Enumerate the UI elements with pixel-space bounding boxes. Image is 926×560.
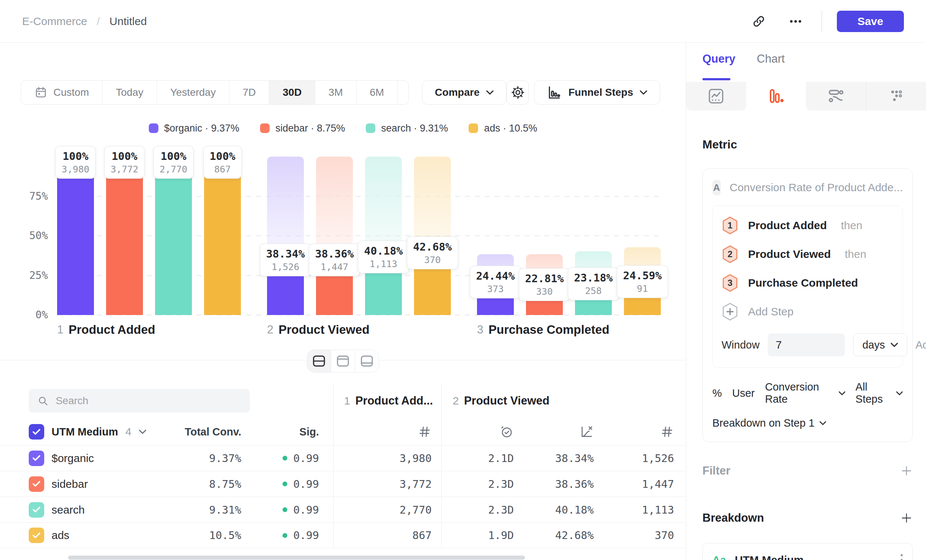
- row-checkbox[interactable]: [29, 476, 44, 492]
- row-name-cell[interactable]: ads: [29, 522, 169, 548]
- tab-flow-chart[interactable]: [806, 82, 866, 110]
- layout-toggle: [307, 350, 379, 372]
- save-button[interactable]: Save: [837, 11, 904, 32]
- bar-count: 370: [413, 254, 452, 265]
- range-12m[interactable]: 12M: [398, 81, 409, 104]
- gear-icon: [510, 85, 525, 100]
- group-step-number: 1: [344, 395, 350, 407]
- bar-slot: 24.59%91: [624, 157, 661, 315]
- row-name-cell[interactable]: $organic: [29, 445, 169, 471]
- breakdown-property-card[interactable]: Aa UTM Medium: [702, 543, 913, 560]
- range-today[interactable]: Today: [102, 81, 157, 104]
- bar-value-card: 100%867: [203, 146, 242, 179]
- tab-funnel-chart[interactable]: [746, 82, 806, 110]
- counting-method-label[interactable]: User: [732, 387, 755, 400]
- breadcrumb-separator: /: [97, 15, 100, 28]
- compare-button[interactable]: Compare: [422, 80, 507, 104]
- breakdown-step-select[interactable]: Breakdown on Step 1: [713, 417, 826, 429]
- range-30d[interactable]: 30D: [269, 81, 315, 104]
- horizontal-scrollbar[interactable]: [68, 555, 525, 560]
- sig-dot: [283, 533, 287, 538]
- funnel-step-3[interactable]: 3 Purchase Completed: [722, 274, 894, 292]
- breakdown-column-header[interactable]: UTM Medium 4: [29, 419, 169, 445]
- conv-rate-header[interactable]: [523, 419, 603, 445]
- add-step-button[interactable]: Add Step: [722, 303, 894, 321]
- legend-item[interactable]: ads · 10.5%: [469, 123, 537, 134]
- row-name-cell[interactable]: search: [29, 496, 169, 522]
- table-pad: [0, 522, 29, 548]
- search-box[interactable]: [29, 389, 250, 413]
- table-pad: [0, 419, 29, 445]
- step-name: Product Viewed: [278, 323, 369, 337]
- bar-value-card: 100%3,772: [104, 146, 144, 179]
- layout-split-button[interactable]: [307, 350, 331, 372]
- more-options-button[interactable]: [785, 10, 806, 32]
- breadcrumb-report-title[interactable]: Untitled: [109, 15, 147, 28]
- bar-slot: 22.81%330: [526, 157, 563, 315]
- measure-metric-select[interactable]: Conversion Rate: [765, 381, 845, 405]
- avg-time-header[interactable]: [441, 419, 523, 445]
- legend-item[interactable]: $organic · 9.37%: [149, 123, 239, 134]
- bar-percent: 100%: [62, 150, 89, 162]
- window-value-input[interactable]: [768, 333, 845, 356]
- range-yesterday[interactable]: Yesterday: [157, 81, 230, 104]
- bar-percent: 40.18%: [364, 245, 403, 257]
- tab-chart[interactable]: Chart: [757, 52, 785, 82]
- total-conv-header[interactable]: Total Conv.: [169, 419, 241, 445]
- step-labels: 1Product Added2Product Viewed3Purchase C…: [57, 323, 686, 341]
- tab-line-chart[interactable]: [686, 82, 746, 110]
- table-search-cell: [29, 383, 333, 419]
- bar-count: 3,772: [110, 164, 138, 175]
- bar-slot: 24.44%373: [477, 157, 514, 315]
- share-link-button[interactable]: [748, 10, 770, 32]
- chart-type-button[interactable]: Funnel Steps: [534, 80, 660, 104]
- tab-query[interactable]: Query: [702, 52, 735, 82]
- layout-chart-only-button[interactable]: [331, 350, 355, 372]
- sig-header[interactable]: Sig.: [241, 419, 333, 445]
- window-unit-select[interactable]: days: [853, 333, 907, 356]
- metric-card: A Conversion Rate of Product Adde... 1 P…: [702, 168, 913, 442]
- avg-time-cell: 1.9D: [441, 522, 523, 548]
- chart-settings-button[interactable]: [507, 80, 529, 104]
- row-name-cell[interactable]: sidebar: [29, 471, 169, 496]
- add-breakdown-button[interactable]: [900, 512, 913, 524]
- layout-table-only-button[interactable]: [355, 350, 379, 372]
- range-6m[interactable]: 6M: [357, 81, 398, 104]
- sig-cell: 0.99: [241, 471, 333, 496]
- legend-item[interactable]: search · 9.31%: [366, 123, 448, 134]
- row-checkbox[interactable]: [29, 528, 44, 543]
- step2-count-header[interactable]: [603, 419, 686, 445]
- y-axis: 75%50%25%0%: [0, 157, 48, 315]
- legend-item[interactable]: sidebar · 8.75%: [260, 123, 345, 134]
- step-number: 3: [722, 274, 738, 292]
- range-3m[interactable]: 3M: [315, 81, 357, 104]
- funnel-bar[interactable]: [106, 157, 143, 315]
- funnel-bar[interactable]: [57, 157, 94, 315]
- breadcrumb-workspace[interactable]: E-Commerce: [22, 15, 87, 28]
- breakdown-kebab-menu[interactable]: [900, 554, 903, 560]
- tab-retention-grid[interactable]: [866, 82, 926, 110]
- avg-time-cell: 2.1D: [441, 445, 523, 471]
- measure-scope-select[interactable]: All Steps: [856, 381, 903, 405]
- funnel-bar[interactable]: [204, 157, 241, 315]
- row-checkbox[interactable]: [29, 451, 44, 466]
- bar-value-card: 42.68%370: [407, 236, 458, 269]
- funnel-step-2[interactable]: 2 Product Viewed then: [722, 245, 894, 263]
- bar-count: 1,447: [315, 262, 354, 272]
- funnel-step-1[interactable]: 1 Product Added then: [722, 216, 894, 235]
- range-custom[interactable]: Custom: [21, 81, 102, 104]
- metric-name-row[interactable]: A Conversion Rate of Product Adde...: [713, 180, 903, 195]
- breakdown-value-count: 4: [125, 426, 131, 438]
- add-filter-button[interactable]: [900, 465, 913, 477]
- step-hexagon-badge: 1: [722, 216, 738, 235]
- advanced-label: Advanced: [915, 339, 926, 351]
- step1-count-header[interactable]: [333, 419, 441, 445]
- step-event-name: Product Added: [748, 219, 827, 232]
- range-7d[interactable]: 7D: [230, 81, 269, 104]
- row-label: sidebar: [51, 478, 88, 490]
- row-checkbox[interactable]: [29, 502, 44, 518]
- advanced-toggle[interactable]: Advanced: [915, 339, 926, 351]
- search-input[interactable]: [56, 395, 241, 407]
- funnel-bar[interactable]: [155, 157, 192, 315]
- select-all-checkbox[interactable]: [29, 424, 44, 439]
